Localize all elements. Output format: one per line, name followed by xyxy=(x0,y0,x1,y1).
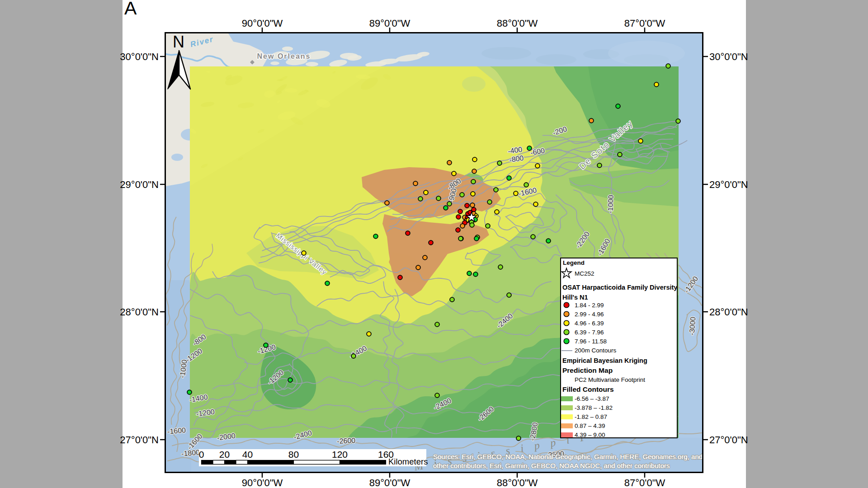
svg-text:7.96 - 11.58: 7.96 - 11.58 xyxy=(575,338,607,345)
svg-text:-1600: -1600 xyxy=(167,426,186,436)
svg-text:89°0'0"W: 89°0'0"W xyxy=(369,18,410,29)
svg-text:-3000: -3000 xyxy=(688,317,697,336)
svg-text:29°0'0"N: 29°0'0"N xyxy=(709,179,748,190)
svg-text:30°0'0"N: 30°0'0"N xyxy=(120,51,159,62)
svg-text:80: 80 xyxy=(288,449,299,460)
svg-text:-1800: -1800 xyxy=(181,448,200,458)
svg-text:120: 120 xyxy=(332,449,348,460)
svg-text:-1000: -1000 xyxy=(606,195,614,214)
svg-text:Prediction Map: Prediction Map xyxy=(562,366,613,374)
svg-text:PC2 Multivariate Footprint: PC2 Multivariate Footprint xyxy=(575,376,645,383)
svg-text:4.39 – 9.00: 4.39 – 9.00 xyxy=(575,432,605,438)
svg-text:6.39 - 7.96: 6.39 - 7.96 xyxy=(575,329,604,336)
svg-text:N: N xyxy=(173,33,184,51)
svg-text:-2600: -2600 xyxy=(337,436,356,445)
svg-text:MC252: MC252 xyxy=(575,270,594,277)
svg-text:27°0'0"N: 27°0'0"N xyxy=(709,434,748,446)
svg-text:-1.82 – 0.87: -1.82 – 0.87 xyxy=(575,413,607,420)
svg-text:Filled Contours: Filled Contours xyxy=(562,385,614,393)
svg-text:A: A xyxy=(124,0,137,19)
svg-text:Empirical Bayesian Kriging: Empirical Bayesian Kriging xyxy=(562,357,647,364)
svg-text:90°0'0"W: 90°0'0"W xyxy=(242,477,283,488)
svg-text:0.87 – 4.39: 0.87 – 4.39 xyxy=(575,422,605,429)
svg-text:200m Contours: 200m Contours xyxy=(575,347,617,354)
svg-text:-6.56 – -3.87: -6.56 – -3.87 xyxy=(575,395,609,402)
svg-text:20: 20 xyxy=(219,449,230,460)
svg-text:90°0'0"W: 90°0'0"W xyxy=(242,18,283,29)
svg-text:4.96 - 6.39: 4.96 - 6.39 xyxy=(575,320,604,327)
svg-text:30°0'0"N: 30°0'0"N xyxy=(709,51,748,62)
svg-text:0: 0 xyxy=(199,449,204,460)
svg-text:89°0'0"W: 89°0'0"W xyxy=(369,477,410,488)
svg-text:1.84 - 2.99: 1.84 - 2.99 xyxy=(575,302,604,309)
svg-text:-3.878 – -1.82: -3.878 – -1.82 xyxy=(575,404,613,411)
svg-text:28°0'0"N: 28°0'0"N xyxy=(120,306,159,318)
svg-text:28°0'0"N: 28°0'0"N xyxy=(709,306,748,318)
svg-text:Legend: Legend xyxy=(563,259,585,266)
svg-text:other contributors, Esri, Garm: other contributors, Esri, Garmin, GEBCO,… xyxy=(433,462,670,469)
svg-text:88°0'0"W: 88°0'0"W xyxy=(497,18,538,29)
svg-text:87°0'0"W: 87°0'0"W xyxy=(624,18,665,29)
svg-text:88°0'0"W: 88°0'0"W xyxy=(497,477,538,488)
svg-text:29°0'0"N: 29°0'0"N xyxy=(120,179,159,190)
svg-text:40: 40 xyxy=(242,449,253,460)
svg-text:Kilometers: Kilometers xyxy=(388,457,428,466)
svg-text:Sources: Esri, GEBCO, NOAA, Na: Sources: Esri, GEBCO, NOAA, National Geo… xyxy=(433,453,703,460)
svg-text:New Orleans: New Orleans xyxy=(257,52,311,60)
svg-text:OSAT Harpacticoida Family Dive: OSAT Harpacticoida Family Diversity xyxy=(562,284,677,291)
svg-text:Hill's N1: Hill's N1 xyxy=(562,294,588,301)
svg-text:2.99 - 4.96: 2.99 - 4.96 xyxy=(575,311,604,318)
svg-text:87°0'0"W: 87°0'0"W xyxy=(624,477,665,488)
svg-text:27°0'0"N: 27°0'0"N xyxy=(120,434,159,446)
